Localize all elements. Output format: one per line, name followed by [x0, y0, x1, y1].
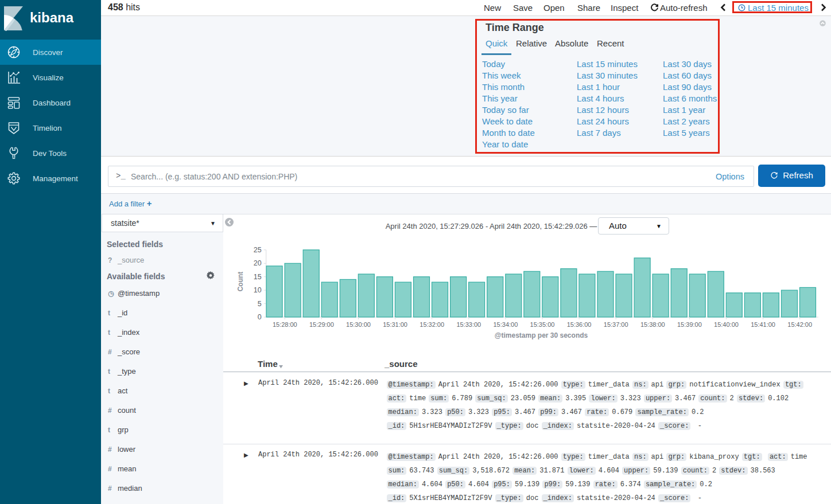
svg-text:5: 5 — [258, 300, 262, 308]
svg-text:0: 0 — [258, 313, 262, 321]
svg-text:15:30:00: 15:30:00 — [346, 321, 371, 328]
svg-text:15:39:00: 15:39:00 — [677, 321, 702, 328]
svg-text:15:35:00: 15:35:00 — [530, 321, 555, 328]
svg-text:10: 10 — [254, 286, 262, 294]
svg-text:15:37:00: 15:37:00 — [604, 321, 628, 328]
svg-text:15:33:00: 15:33:00 — [456, 321, 481, 328]
svg-text:15:40:00: 15:40:00 — [714, 321, 739, 328]
svg-text:15:36:00: 15:36:00 — [567, 321, 592, 328]
svg-text:15:41:00: 15:41:00 — [751, 321, 775, 328]
svg-text:15:34:00: 15:34:00 — [493, 321, 518, 328]
svg-text:15:29:00: 15:29:00 — [309, 321, 334, 328]
svg-text:Count: Count — [236, 272, 244, 292]
svg-text:15:31:00: 15:31:00 — [383, 321, 407, 328]
svg-text:@timestamp per 30 seconds: @timestamp per 30 seconds — [495, 331, 588, 339]
svg-text:15:28:00: 15:28:00 — [273, 321, 297, 328]
svg-text:25: 25 — [254, 246, 262, 254]
svg-text:15:32:00: 15:32:00 — [420, 321, 444, 328]
svg-text:15: 15 — [254, 273, 262, 281]
svg-text:15:38:00: 15:38:00 — [640, 321, 665, 328]
svg-text:20: 20 — [254, 259, 262, 267]
svg-text:15:42:00: 15:42:00 — [787, 321, 812, 328]
